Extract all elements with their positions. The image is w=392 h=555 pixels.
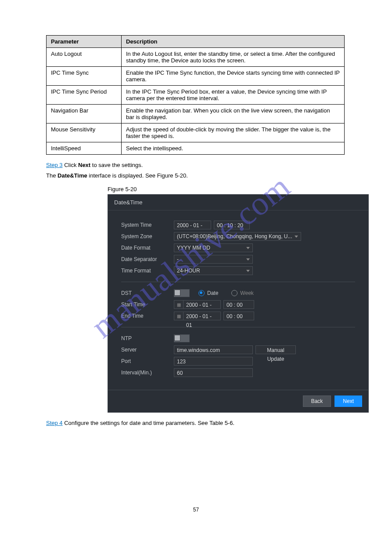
chevron-down-icon [246,247,250,249]
system-zone-select[interactable]: (UTC+08:00)Beijing, Chongqing, Hong Kong… [174,232,301,241]
system-time-time[interactable]: 00 : 10 : 20 [214,221,250,229]
calendar-icon[interactable]: ▦ [174,300,183,309]
time-format-select[interactable]: 24-HOUR [174,266,253,275]
table-row: Mouse SensitivityAdjust the speed of dou… [47,123,345,142]
manual-update-button[interactable]: Manual Update [255,345,296,354]
date-format-select[interactable]: YYYY MM DD [174,243,253,252]
end-date[interactable]: 2000 - 01 - 01 [183,312,221,320]
parameter-table: Parameter Description Auto LogoutIn the … [46,35,345,155]
chevron-down-icon [246,270,250,272]
step-label: Step 4 [46,420,63,426]
table-row: IntelliSpeedSelect the intellispeed. [47,142,345,155]
label-interval: Interval(Min.) [121,370,174,376]
label-system-time: System Time [121,222,174,228]
start-time[interactable]: 00 : 00 [223,300,254,309]
next-button[interactable]: Next [334,395,362,407]
label-server: Server [121,347,174,353]
table-row: IPC Time Sync PeriodIn the IPC Time Sync… [47,86,345,105]
label-start-time: Start Time [121,301,174,308]
dst-week-radio[interactable] [231,290,237,296]
date-time-dialog: Date&Time System Time 2000 - 01 - 01 00 … [108,194,369,413]
ntp-toggle[interactable] [174,334,190,342]
table-row: Navigation BarEnable the navigation bar.… [47,105,345,123]
calendar-icon[interactable]: ▦ [174,312,183,320]
start-date[interactable]: 2000 - 01 - 01 [183,300,221,309]
date-separator-select[interactable]: - [174,255,253,264]
server-input[interactable]: time.windows.com [174,345,253,354]
label-date-format: Date Format [121,245,174,251]
step-3: Step 3 Click Next to save the settings. … [46,161,363,180]
page-number: 57 [29,507,363,513]
table-row: Auto LogoutIn the Auto Logout list, ente… [47,48,345,67]
back-button[interactable]: Back [303,395,331,407]
chevron-down-icon [246,258,250,261]
table-header-desc: Description [122,36,345,48]
label-time-format: Time Format [121,268,174,274]
chevron-down-icon [295,236,298,238]
step-label: Step 3 [46,162,63,168]
dst-date-label: Date [207,290,218,296]
table-header-param: Parameter [47,36,122,48]
label-date-separator: Date Separator [121,256,174,262]
label-dst: DST [121,290,174,296]
dst-date-radio[interactable] [198,290,205,296]
system-time-date[interactable]: 2000 - 01 - 01 [174,221,211,229]
dst-week-label: Week [240,290,253,296]
label-end-time: End Time [121,313,174,319]
interval-input[interactable]: 60 [174,368,253,377]
dialog-title: Date&Time [108,195,368,210]
label-system-zone: System Zone [121,233,174,239]
end-time[interactable]: 00 : 00 [223,312,254,320]
step-4: Step 4 Configure the settings for date a… [46,419,363,428]
figure-label: Figure 5-20 [108,186,363,192]
port-input[interactable]: 123 [174,357,253,366]
label-port: Port [121,358,174,364]
table-row: IPC Time SyncEnable the IPC Time Sync fu… [47,67,345,86]
label-ntp: NTP [121,335,174,341]
dst-toggle[interactable] [174,289,190,297]
